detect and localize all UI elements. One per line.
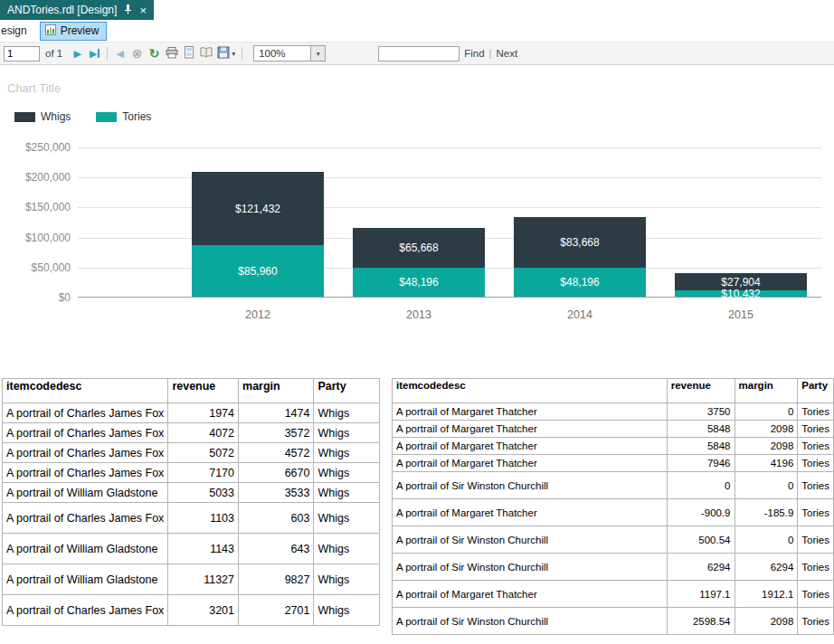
toolbar-separator <box>242 47 242 61</box>
back-button[interactable]: ◀ <box>111 45 128 62</box>
table-cell: A portrail of William Gladstone <box>3 483 168 503</box>
table-cell: A portrail of Sir Winston Churchill <box>392 526 667 554</box>
table-cell: 3750 <box>667 403 734 421</box>
find-input[interactable] <box>378 46 460 62</box>
table-cell: 1974 <box>168 403 239 423</box>
tab-preview[interactable]: Preview <box>40 22 108 41</box>
table-cell: Tories <box>798 581 834 608</box>
table-row: A portrail of William Gladstone113279827… <box>3 564 380 595</box>
chart-legend: WhigsTories <box>14 110 151 123</box>
table-cell: A portrail of Charles James Fox <box>3 503 168 534</box>
x-axis-label: 2012 <box>177 308 338 321</box>
tab-preview-label: Preview <box>61 24 100 37</box>
tab-design[interactable]: esign <box>0 24 27 37</box>
bar-cell: $10,432$27,904 <box>660 147 821 298</box>
y-axis-label: $150,000 <box>25 201 71 213</box>
find-next-button[interactable]: Next <box>497 48 518 59</box>
table-row: A portrail of Sir Winston Churchill2598.… <box>392 608 833 635</box>
design-preview-tabs: esign Preview <box>0 20 834 42</box>
last-page-bar <box>98 49 100 58</box>
table-row: A portrail of Sir Winston Churchill500.5… <box>392 526 833 554</box>
bar-value-label: $27,904 <box>721 277 760 288</box>
table-row: A portrail of Sir Winston Churchill62946… <box>392 554 833 581</box>
column-header: itemcodedesc <box>392 379 667 403</box>
export-save-icon <box>217 46 230 61</box>
right-table-head: itemcodedescrevenuemarginParty <box>392 379 833 403</box>
whigs-table: itemcodedescrevenuemarginParty A portrai… <box>2 378 380 626</box>
table-cell: 3201 <box>168 595 239 626</box>
table-cell: 5848 <box>667 421 734 438</box>
table-row: A portrail of Charles James Fox71706670W… <box>3 463 380 483</box>
export-dropdown-icon: ▾ <box>232 50 235 58</box>
export-button[interactable]: ▾ <box>214 45 238 62</box>
table-cell: 500.54 <box>667 526 734 554</box>
back-icon: ◀ <box>116 48 123 60</box>
whigs-segment: $65,668 <box>353 228 485 268</box>
table-cell: A portrail of Margaret Thatcher <box>392 403 667 421</box>
table-cell: 5033 <box>168 483 239 503</box>
table-cell: Whigs <box>314 483 380 503</box>
table-row: A portrail of Margaret Thatcher37500Tori… <box>392 403 833 421</box>
next-page-button[interactable]: ▶ <box>69 45 86 62</box>
table-cell: Whigs <box>314 403 380 423</box>
table-cell: 1197.1 <box>667 581 734 608</box>
zoom-combobox[interactable]: 100% ▾ <box>253 45 326 62</box>
table-row: A portrail of Charles James Fox32012701W… <box>3 595 380 626</box>
table-cell: 4572 <box>239 443 314 463</box>
table-cell: 1103 <box>168 503 239 534</box>
table-cell: A portrail of William Gladstone <box>3 534 168 564</box>
table-cell: 0 <box>734 403 798 421</box>
report-toolbar: of 1 ▶ ▶ ◀ ⊗ ↻ ▾ 100% ▾ Find | Next <box>0 42 834 65</box>
page-number-input[interactable] <box>4 46 40 62</box>
stop-button[interactable]: ⊗ <box>128 45 146 62</box>
table-cell: 2098 <box>734 421 798 438</box>
zoom-value[interactable]: 100% <box>253 45 311 62</box>
table-cell: A portrail of Charles James Fox <box>3 595 168 626</box>
stop-icon: ⊗ <box>132 46 143 61</box>
close-icon[interactable]: × <box>139 5 147 16</box>
table-cell: 2098 <box>734 438 798 455</box>
page-count-label: of 1 <box>45 48 62 59</box>
table-cell: 2098 <box>734 608 798 635</box>
document-tab-bar: ANDTories.rdl [Design] × <box>0 0 834 20</box>
chart-plot: $85,960$121,432$48,196$65,668$48,196$83,… <box>78 147 821 298</box>
table-cell: Tories <box>798 438 834 455</box>
table-cell: Whigs <box>314 423 380 443</box>
table-cell: Tories <box>798 421 834 438</box>
last-page-button[interactable]: ▶ <box>86 45 103 62</box>
bar-2012: $85,960$121,432 <box>192 172 324 297</box>
table-cell: 5848 <box>667 438 734 455</box>
x-axis-label: 2014 <box>499 308 660 321</box>
column-header: Party <box>314 379 380 403</box>
table-cell: 0 <box>667 472 734 499</box>
printer-icon <box>165 46 179 62</box>
page-setup-button[interactable] <box>197 45 214 62</box>
table-cell: 9827 <box>239 564 314 595</box>
table-row: A portrail of Margaret Thatcher58482098T… <box>392 421 833 438</box>
y-axis-label: $250,000 <box>25 141 71 154</box>
whigs-segment: $121,432 <box>192 172 324 245</box>
table-cell: A portrail of Margaret Thatcher <box>392 438 667 455</box>
left-table-head: itemcodedescrevenuemarginParty <box>3 379 380 403</box>
preview-icon <box>45 24 56 38</box>
bar-cell: $48,196$83,668 <box>499 147 660 298</box>
tories-table: itemcodedescrevenuemarginParty A portrai… <box>392 378 834 635</box>
refresh-button[interactable]: ↻ <box>146 45 163 62</box>
tories-segment: $10,432 <box>675 290 807 297</box>
next-page-icon: ▶ <box>73 48 81 60</box>
table-cell: 0 <box>734 526 798 554</box>
print-layout-button[interactable] <box>180 45 197 62</box>
pin-icon[interactable] <box>124 4 132 17</box>
table-row: A portrail of Margaret Thatcher-900.9-18… <box>392 499 833 526</box>
tories-segment: $85,960 <box>192 245 324 297</box>
find-button[interactable]: Find <box>464 48 484 59</box>
column-header: revenue <box>168 379 239 403</box>
table-cell: A portrail of Charles James Fox <box>3 463 168 483</box>
print-button[interactable] <box>163 45 180 62</box>
zoom-dropdown-icon[interactable]: ▾ <box>311 45 326 62</box>
report-tables: itemcodedescrevenuemarginParty A portrai… <box>0 378 834 635</box>
header-row: itemcodedescrevenuemarginParty <box>3 379 380 403</box>
chart-body: $0$50,000$100,000$150,000$200,000$250,00… <box>0 147 821 321</box>
document-tab[interactable]: ANDTories.rdl [Design] × <box>0 0 154 20</box>
bar-cell: $48,196$65,668 <box>338 147 499 298</box>
